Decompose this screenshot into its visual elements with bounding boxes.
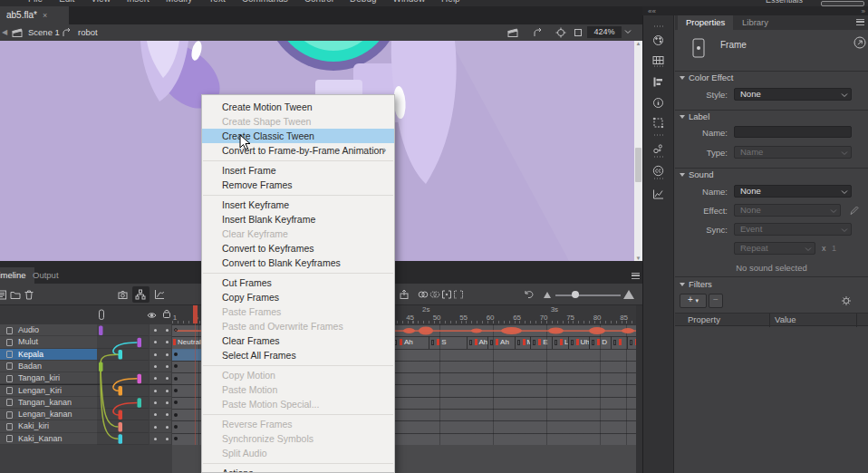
new-folder-button[interactable] xyxy=(10,289,21,300)
context-menu-item[interactable]: Insert Keyframe xyxy=(202,198,394,212)
snippets-panel-icon[interactable] xyxy=(652,143,664,155)
layer-name[interactable]: Lengan_Kiri xyxy=(0,385,97,397)
label-name-input[interactable] xyxy=(734,126,852,138)
context-menu-item[interactable]: Convert to Frame-by-Frame Animation› xyxy=(202,143,394,158)
menu-modify[interactable]: Modify xyxy=(158,0,200,4)
section-label[interactable]: Label xyxy=(675,111,868,124)
layer-name[interactable]: Tangan_kiri xyxy=(0,372,97,384)
menu-file[interactable]: File xyxy=(20,0,51,4)
context-menu-item[interactable]: Create Classic Tween xyxy=(202,129,394,143)
layer-keyframe[interactable] xyxy=(174,377,178,381)
mouth-segment[interactable]: S xyxy=(429,336,466,348)
context-menu-item[interactable]: Remove Frames xyxy=(202,178,394,192)
mouth-segment[interactable]: M xyxy=(515,336,531,348)
stage-vertical-scrollbar[interactable]: ▲ ▼ xyxy=(634,41,642,261)
scrollbar-thumb[interactable] xyxy=(635,148,641,182)
sound-name-dropdown[interactable]: None xyxy=(734,185,852,198)
style-dropdown[interactable]: None xyxy=(734,88,852,101)
layer-keyframe[interactable] xyxy=(174,364,178,368)
delete-layer-button[interactable] xyxy=(24,289,34,300)
menu-help[interactable]: Help xyxy=(433,0,468,4)
menu-text[interactable]: Text xyxy=(200,0,233,4)
menu-insert[interactable]: Insert xyxy=(119,0,158,4)
center-frame-button[interactable] xyxy=(555,27,566,38)
expand-panels-icon[interactable]: » xyxy=(862,7,865,15)
context-menu-item[interactable]: Convert to Blank Keyframes xyxy=(202,256,394,270)
collapse-panels-icon[interactable]: «« xyxy=(648,7,656,15)
panel-group-handle[interactable] xyxy=(654,25,664,27)
mouth-segment[interactable] xyxy=(611,336,627,348)
mouth-segment[interactable]: Ah xyxy=(467,336,488,348)
new-layer-button[interactable] xyxy=(0,289,8,300)
info-panel-icon[interactable] xyxy=(652,97,664,109)
menu-window[interactable]: Window xyxy=(385,0,434,4)
mouth-segment[interactable]: S xyxy=(627,336,637,348)
onion-outline-button[interactable] xyxy=(429,289,440,300)
zoom-out-frames-icon[interactable] xyxy=(544,292,551,298)
motion-editor-panel-icon[interactable] xyxy=(652,188,664,200)
context-menu-item[interactable]: Cut Frames xyxy=(202,275,394,290)
convert-arrow-icon[interactable] xyxy=(854,36,866,49)
context-menu-item[interactable]: Convert to Keyframes xyxy=(202,241,394,256)
menu-commands[interactable]: Commands xyxy=(234,0,296,4)
mouth-segment[interactable]: L xyxy=(552,336,568,348)
panel-menu-icon[interactable] xyxy=(856,19,864,25)
workspace-switcher[interactable]: Essentials xyxy=(766,0,803,5)
breadcrumb-symbol[interactable]: robot xyxy=(78,24,98,41)
context-menu-item[interactable]: Clear Frames xyxy=(202,333,394,348)
layer-name[interactable]: Mulut xyxy=(0,336,97,348)
mouth-segment[interactable]: E xyxy=(530,336,552,348)
context-menu-item[interactable]: Copy Frames xyxy=(202,290,394,304)
layer-name[interactable]: Kaki_Kanan xyxy=(0,433,97,445)
edit-multiple-frames-button[interactable] xyxy=(441,289,452,300)
context-menu-item[interactable]: Insert Blank Keyframe xyxy=(202,212,394,227)
playhead-handle[interactable] xyxy=(193,305,198,323)
tab-library[interactable]: Library xyxy=(735,15,776,30)
layer-name[interactable]: Tangan_kanan xyxy=(0,397,97,409)
reset-timeline-zoom-button[interactable] xyxy=(524,289,535,300)
scroll-up-icon[interactable]: ▲ xyxy=(634,41,642,46)
layer-name[interactable]: Kaki_kiri xyxy=(0,420,97,432)
color-panel-icon[interactable] xyxy=(652,34,664,46)
mouth-segment[interactable]: Uh xyxy=(568,336,590,348)
layer-keyframe[interactable] xyxy=(174,352,178,356)
layer-keyframe[interactable] xyxy=(174,437,178,440)
filter-options-gear-icon[interactable] xyxy=(841,295,852,306)
onion-skin-button[interactable] xyxy=(418,289,429,300)
cc-libraries-panel-icon[interactable] xyxy=(652,165,664,177)
edit-symbols-button[interactable] xyxy=(533,27,544,38)
zoom-in-frames-icon[interactable] xyxy=(623,290,634,299)
document-tab[interactable]: ab5.fla*× xyxy=(0,6,69,24)
align-panel-icon[interactable] xyxy=(652,76,664,88)
mouth-segment[interactable]: D xyxy=(589,336,611,348)
timeline-zoom-slider[interactable] xyxy=(555,294,621,296)
zoom-level-input[interactable]: 424% xyxy=(587,26,622,38)
zoom-dropdown-icon[interactable] xyxy=(624,29,632,34)
layer-name[interactable]: Lengan_kanan xyxy=(0,409,97,420)
section-filters[interactable]: Filters xyxy=(675,279,868,292)
section-color-effect[interactable]: Color Effect xyxy=(675,72,868,85)
section-sound[interactable]: Sound xyxy=(675,169,868,182)
camera-button[interactable] xyxy=(118,289,129,300)
close-icon[interactable]: × xyxy=(43,11,47,20)
tab-output[interactable]: Output xyxy=(27,267,64,284)
layer-name[interactable]: Kepala xyxy=(0,349,97,361)
export-button[interactable] xyxy=(399,289,410,300)
back-icon[interactable]: ◀ xyxy=(2,24,7,41)
clip-content-button[interactable] xyxy=(573,27,583,38)
menu-debug[interactable]: Debug xyxy=(342,0,384,4)
menu-edit[interactable]: Edit xyxy=(51,0,82,4)
parenting-view-toggle[interactable] xyxy=(132,286,149,303)
mouth-segment[interactable]: Ah xyxy=(487,336,515,348)
context-menu-item[interactable]: Actions xyxy=(202,466,394,473)
layer-keyframe[interactable] xyxy=(174,425,178,429)
graph-editor-button[interactable] xyxy=(154,289,165,300)
tab-properties[interactable]: Properties xyxy=(678,15,733,30)
layer-keyframe[interactable] xyxy=(174,401,178,404)
menu-control[interactable]: Control xyxy=(296,0,342,4)
search-input[interactable] xyxy=(821,1,864,6)
breadcrumb-scene[interactable]: Scene 1 xyxy=(28,24,60,41)
panel-group-handle[interactable] xyxy=(654,178,664,179)
layer-name[interactable]: Badan xyxy=(0,361,97,372)
context-menu-item[interactable]: Insert Frame xyxy=(202,163,394,178)
